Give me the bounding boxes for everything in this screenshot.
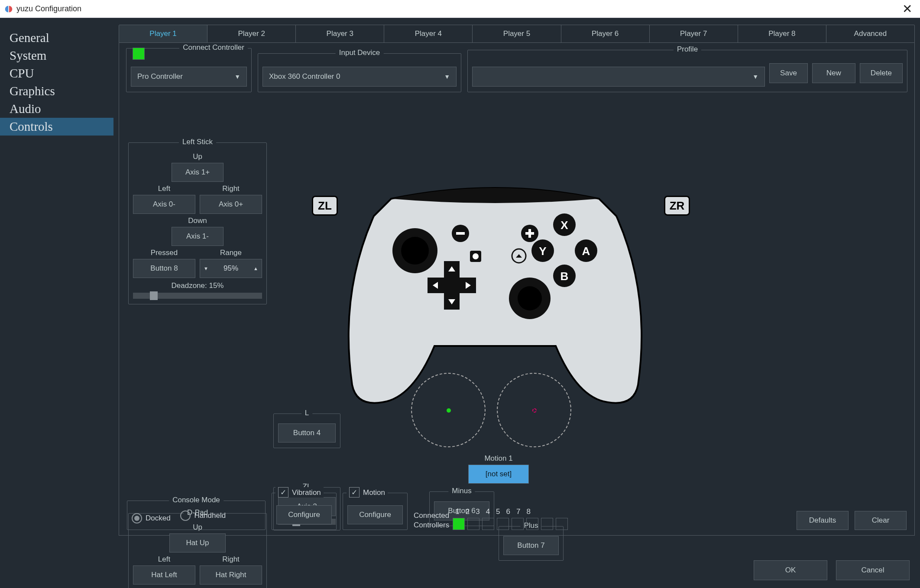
cc-7-checkbox[interactable] <box>541 518 553 530</box>
titlebar: yuzu Configuration ✕ <box>0 0 920 18</box>
dpad-left-button[interactable]: Hat Left <box>133 565 195 585</box>
sidebar-item-system[interactable]: System <box>0 47 113 65</box>
motion-cfg-label: Motion <box>363 488 385 497</box>
cc-1-checkbox[interactable] <box>453 518 465 530</box>
cc-6-checkbox[interactable] <box>526 518 538 530</box>
controller-image: X Y A B <box>339 181 651 417</box>
svg-text:A: A <box>582 245 590 258</box>
chevron-down-icon: ▼ <box>204 266 208 271</box>
profile-save-button[interactable]: Save <box>769 63 808 83</box>
profile-group: Profile ▼ Save New Delete <box>467 50 907 92</box>
cc-1-label: 1 <box>455 507 459 516</box>
connected-label: Connected Controllers <box>414 511 449 530</box>
dpad-up-button[interactable]: Hat Up <box>169 533 226 552</box>
app-icon <box>4 5 13 13</box>
motion-configure-button[interactable]: Configure <box>347 505 403 524</box>
dpad-right-button[interactable]: Hat Right <box>200 565 262 585</box>
vibration-configure-button[interactable]: Configure <box>276 505 332 524</box>
motion-checkbox[interactable]: ✓ <box>349 487 360 498</box>
profile-select[interactable]: ▼ <box>472 67 765 87</box>
docked-radio[interactable]: Docked <box>132 513 171 523</box>
svg-text:B: B <box>560 270 569 283</box>
cc-3-checkbox[interactable] <box>482 518 494 530</box>
cancel-button[interactable]: Cancel <box>836 560 910 580</box>
tab-player-5[interactable]: Player 5 <box>473 25 561 42</box>
tab-advanced[interactable]: Advanced <box>826 25 914 42</box>
cc-5-label: 5 <box>496 507 500 516</box>
ls-left-button[interactable]: Axis 0- <box>133 195 195 214</box>
cc-2-checkbox[interactable] <box>467 518 479 530</box>
ls-range-select[interactable]: ▼95%▲ <box>200 259 262 278</box>
defaults-button[interactable]: Defaults <box>797 511 849 530</box>
cc-8-checkbox[interactable] <box>556 518 568 530</box>
ls-right-label: Right <box>200 184 262 193</box>
tab-player-6[interactable]: Player 6 <box>561 25 650 42</box>
plus-group: PlusButton 7 <box>499 526 564 561</box>
left-stick-title: Left Stick <box>179 138 216 146</box>
svg-point-25 <box>518 286 542 310</box>
zl-badge-icon: ZL <box>312 196 338 216</box>
tab-player-7[interactable]: Player 7 <box>650 25 738 42</box>
plus-button[interactable]: Button 7 <box>503 536 559 555</box>
clear-button[interactable]: Clear <box>855 511 907 530</box>
controller-type-value: Pro Controller <box>137 72 183 81</box>
svg-point-1 <box>401 237 429 265</box>
player-tabs: Player 1 Player 2 Player 3 Player 4 Play… <box>119 25 915 43</box>
docked-label: Docked <box>146 514 171 523</box>
chevron-down-icon: ▼ <box>752 73 758 80</box>
tab-player-4[interactable]: Player 4 <box>384 25 473 42</box>
ok-button[interactable]: OK <box>754 560 827 580</box>
motion-button[interactable]: [not set] <box>468 465 529 484</box>
ls-deadzone-label: Deadzone: 15% <box>133 281 262 290</box>
cc-8-label: 8 <box>527 507 531 516</box>
profile-new-button[interactable]: New <box>812 63 855 83</box>
handheld-label: Handheld <box>194 511 226 520</box>
ls-right-button[interactable]: Axis 0+ <box>200 195 262 214</box>
chevron-down-icon: ▼ <box>234 73 240 80</box>
console-mode-title: Console Mode <box>169 496 224 504</box>
svg-text:Y: Y <box>539 245 546 258</box>
profile-delete-button[interactable]: Delete <box>860 63 903 83</box>
tab-player-2[interactable]: Player 2 <box>207 25 296 42</box>
cc-4-checkbox[interactable] <box>497 518 509 530</box>
ls-up-button[interactable]: Axis 1+ <box>172 163 224 182</box>
vibration-checkbox[interactable]: ✓ <box>278 487 288 498</box>
connect-checkbox[interactable] <box>133 48 145 60</box>
tab-player-1[interactable]: Player 1 <box>119 25 207 42</box>
ls-deadzone-slider[interactable] <box>133 293 262 299</box>
tab-player-3[interactable]: Player 3 <box>296 25 384 42</box>
ls-pressed-label: Pressed <box>133 249 195 257</box>
chevron-up-icon: ▲ <box>253 266 258 271</box>
input-device-title: Input Device <box>336 48 384 57</box>
sidebar-item-cpu[interactable]: CPU <box>0 65 113 82</box>
l-title: L <box>301 409 312 417</box>
window-title: yuzu Configuration <box>16 4 899 13</box>
svg-text:X: X <box>560 219 568 232</box>
input-device-group: Input Device Xbox 360 Controller 0▼ <box>258 53 461 92</box>
input-device-select[interactable]: Xbox 360 Controller 0▼ <box>262 67 457 87</box>
l-group: L Button 4 <box>273 414 340 448</box>
chevron-down-icon: ▼ <box>444 73 450 80</box>
sidebar-item-graphics[interactable]: Graphics <box>0 82 113 100</box>
sidebar-item-general[interactable]: General <box>0 29 113 47</box>
sidebar-item-controls[interactable]: Controls <box>0 118 113 136</box>
controller-type-select[interactable]: Pro Controller▼ <box>131 67 247 87</box>
l-button[interactable]: Button 4 <box>278 423 336 443</box>
tab-player-8[interactable]: Player 8 <box>738 25 826 42</box>
dpad-right-label: Right <box>200 555 262 564</box>
cc-5-checkbox[interactable] <box>512 518 524 530</box>
cc-3-label: 3 <box>476 507 479 516</box>
left-stick-group: Left Stick Up Axis 1+ LeftAxis 0- RightA… <box>128 142 267 304</box>
console-mode-group: Console Mode Docked Handheld <box>127 501 266 530</box>
connect-title: Connect Controller <box>179 43 248 52</box>
sidebar-item-audio[interactable]: Audio <box>0 100 113 118</box>
handheld-radio[interactable]: Handheld <box>180 510 226 521</box>
ls-pressed-button[interactable]: Button 8 <box>133 259 195 278</box>
close-button[interactable]: ✕ <box>899 2 916 16</box>
ls-left-label: Left <box>133 184 195 193</box>
dpad-left-label: Left <box>133 555 195 564</box>
vibration-label: Vibration <box>292 488 321 497</box>
cc-2-label: 2 <box>466 507 470 516</box>
svg-rect-12 <box>528 229 531 238</box>
ls-down-button[interactable]: Axis 1- <box>172 227 224 246</box>
